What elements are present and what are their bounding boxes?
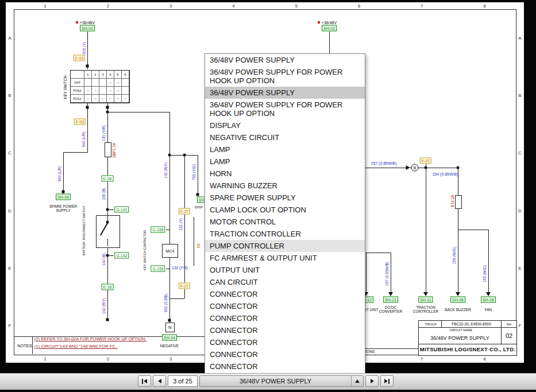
first-page-icon bbox=[144, 379, 147, 383]
dropdown-item[interactable]: OUTPUT UNIT bbox=[205, 264, 365, 276]
ref-label: G-155 bbox=[151, 227, 165, 233]
device-ref-label: SH-11 bbox=[418, 297, 433, 303]
notes-divider bbox=[32, 336, 33, 354]
ref-label: G-156 bbox=[151, 266, 165, 272]
dropdown-item[interactable]: TRACTION CONTROLLER bbox=[205, 228, 365, 240]
ref-label: F-03 bbox=[74, 119, 86, 125]
first-page-button[interactable] bbox=[138, 375, 151, 387]
wire-label: 157 (0.85W/B) bbox=[385, 262, 389, 286]
wire bbox=[107, 290, 108, 320]
dropdown-item[interactable]: CONNECTOR bbox=[205, 312, 365, 324]
dropdown-item[interactable]: 36/48V POWER SUPPLY bbox=[205, 87, 365, 99]
wire bbox=[426, 168, 426, 294]
wire-label: 132 (Y/B) bbox=[172, 266, 187, 270]
wire bbox=[458, 230, 488, 230]
key-switch-cell: ○ bbox=[107, 87, 114, 95]
wire-label: 131 (Y) bbox=[179, 218, 183, 230]
page-indicator[interactable]: 3 of 25 bbox=[168, 375, 198, 387]
key-switch-cell: 1 bbox=[84, 71, 92, 79]
zone-column-label: 6 bbox=[327, 2, 390, 9]
zone-column-label: 7 bbox=[391, 2, 453, 9]
wire bbox=[366, 253, 367, 294]
dropdown-item[interactable]: CONNECTOR bbox=[205, 288, 365, 300]
ref-label: SH-01 bbox=[80, 25, 95, 32]
last-page-icon bbox=[384, 379, 388, 383]
last-page-button[interactable] bbox=[380, 375, 394, 387]
key-switch-cell: ○ bbox=[114, 79, 122, 87]
wire bbox=[169, 112, 170, 244]
title-block: TRUCK FBC22-30, E4500-6500 SH CIRCUIT NA… bbox=[418, 320, 517, 356]
key-switch-cell: ○ bbox=[84, 95, 92, 103]
zone-row-label: F bbox=[6, 297, 14, 355]
wire-label: 905 (Y) bbox=[82, 42, 86, 54]
key-switch-cell bbox=[122, 79, 129, 87]
key-switch-table: 123456OFF○○POS2○○○○POS1○○○○○○ bbox=[70, 70, 130, 103]
dropdown-item[interactable]: FC ARMREST & OUTPUT UNIT bbox=[205, 252, 365, 264]
key-switch-cell bbox=[122, 87, 129, 95]
dropdown-item[interactable]: CONNECTOR bbox=[205, 336, 365, 348]
ref-label: SH-09 bbox=[56, 194, 71, 200]
wire-label: 142 (B) bbox=[102, 253, 106, 265]
zone-column-label: 4 bbox=[202, 2, 265, 9]
ref-label: E-28 bbox=[102, 284, 114, 290]
dropdown-item[interactable]: 36/48V POWER SUPPLY FOR POWER HOOK UP OP… bbox=[205, 66, 365, 87]
key-switch-cell: POS1 bbox=[71, 95, 84, 103]
dropdown-item[interactable]: 36/48V POWER SUPPLY bbox=[205, 54, 365, 66]
wire-label: 154 (0.85W/B) bbox=[432, 172, 458, 176]
negative-terminal-box: N bbox=[165, 323, 175, 332]
next-page-button[interactable] bbox=[365, 375, 379, 387]
key-switch-cell: 3 bbox=[99, 71, 107, 79]
key-switch-cell bbox=[99, 79, 107, 87]
previous-page-icon bbox=[158, 379, 161, 383]
wire bbox=[63, 152, 64, 194]
device-ref-label: SH-08 bbox=[450, 297, 465, 303]
dropdown-item[interactable]: MOTOR CONTROL bbox=[205, 216, 365, 228]
dropdown-item[interactable]: CONNECTOR bbox=[205, 324, 365, 336]
title-block-sh-label: SH bbox=[502, 321, 516, 328]
dropdown-item[interactable]: CONNECTOR bbox=[205, 360, 365, 372]
wire bbox=[329, 32, 330, 53]
zone-row-label: A bbox=[516, 9, 524, 67]
key-switch-cell bbox=[84, 79, 92, 87]
key-switch-caption: KEY SWITCH bbox=[63, 76, 67, 99]
junction-dot bbox=[183, 154, 186, 157]
battery-switch-caption: BATTERY DISCONNECT SWITCH bbox=[82, 206, 86, 255]
wire bbox=[87, 102, 88, 153]
zone-row-label: F bbox=[516, 297, 524, 355]
wire bbox=[169, 298, 184, 299]
dropdown-item[interactable]: SPARE POWER SUPPLY bbox=[205, 192, 365, 204]
page-title-dropdown-button[interactable]: 36/48V POWER SUPPLY bbox=[199, 375, 364, 387]
page-list-dropdown: 36/48V POWER SUPPLY36/48V POWER SUPPLY F… bbox=[205, 53, 365, 374]
wire-label: 130 (Y/R) bbox=[102, 125, 106, 141]
dropdown-item[interactable]: LAMP bbox=[205, 156, 365, 168]
dropdown-item[interactable]: CAN CIRCUIT bbox=[205, 276, 365, 288]
dropdown-item[interactable]: PUMP CONTROLLER bbox=[205, 240, 365, 252]
zone-column-label: 7 bbox=[391, 355, 453, 363]
dropdown-item[interactable]: CLAMP LOCK OUT OPTION bbox=[205, 204, 365, 216]
wire bbox=[458, 168, 458, 294]
wire bbox=[184, 155, 185, 209]
previous-page-button[interactable] bbox=[153, 375, 166, 387]
dropdown-item[interactable]: WARNING BUZZER bbox=[205, 180, 365, 192]
dropdown-item[interactable]: HORN bbox=[205, 168, 365, 180]
terminal-square bbox=[62, 191, 65, 193]
junction-dot bbox=[168, 154, 171, 157]
dropdown-item[interactable]: CONNECTOR bbox=[205, 300, 365, 312]
notes-label: NOTES bbox=[17, 343, 32, 348]
wire-label: 759 (Y/G) bbox=[192, 164, 196, 180]
wire bbox=[63, 152, 88, 153]
ref-label: SH-04 bbox=[162, 335, 177, 341]
dropdown-item[interactable]: NEGATIVE CIRCUIT bbox=[205, 131, 365, 143]
zone-row-label: B bbox=[516, 67, 524, 124]
terminal-square bbox=[168, 319, 171, 322]
wire bbox=[166, 230, 169, 230]
wire-label: 142 (R/Y) bbox=[164, 162, 168, 178]
dropdown-item[interactable]: 36/48V POWER SUPPLY FOR POWER HOOK UP OP… bbox=[205, 99, 365, 119]
dropdown-item[interactable]: CONNECTOR bbox=[205, 348, 365, 360]
notes-line: (2) REFER TO SH-02A FOR POWER HOOK UP OP… bbox=[34, 336, 146, 341]
dropdown-item[interactable]: LAMP bbox=[205, 143, 365, 156]
ref-label: G-141 bbox=[114, 207, 129, 213]
circuit-name-label: CIRCUIT NAME bbox=[448, 328, 472, 332]
contactor-caption: KEY SWITCH CONTACTOR bbox=[143, 230, 146, 270]
dropdown-item[interactable]: DISPLAY bbox=[205, 119, 365, 131]
